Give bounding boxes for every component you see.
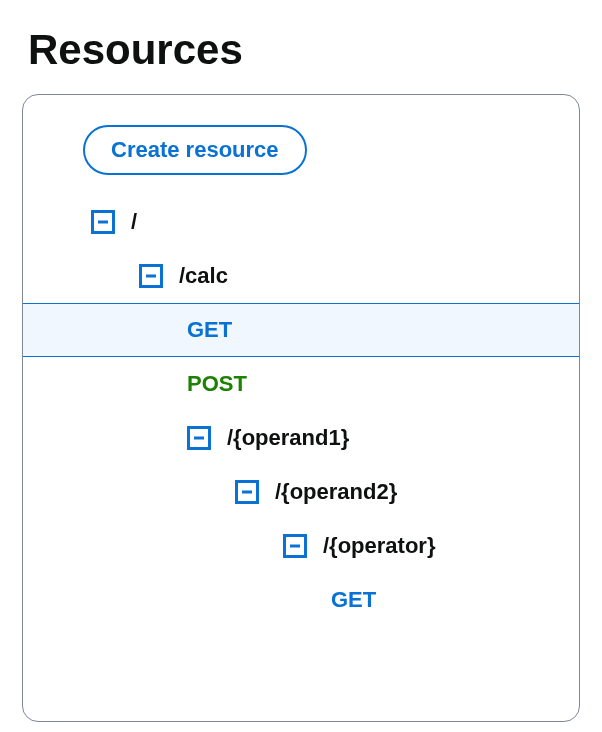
- tree-row-operand2[interactable]: /{operand2}: [23, 465, 579, 519]
- tree-row-calc-post[interactable]: POST: [23, 357, 579, 411]
- tree-row-operand1[interactable]: /{operand1}: [23, 411, 579, 465]
- tree-row-operator[interactable]: /{operator}: [23, 519, 579, 573]
- resource-tree: / /calc GET POST /{operand1}: [23, 195, 579, 627]
- page-title: Resources: [28, 26, 602, 74]
- tree-row-calc-get[interactable]: GET: [23, 303, 579, 357]
- tree-row-operator-get[interactable]: GET: [23, 573, 579, 627]
- resources-panel: Create resource / /calc GET POST /{opera…: [22, 94, 580, 722]
- create-resource-button[interactable]: Create resource: [83, 125, 307, 175]
- resource-label: /calc: [179, 263, 228, 289]
- collapse-icon[interactable]: [235, 480, 259, 504]
- resource-label: /{operator}: [323, 533, 435, 559]
- tree-row-root[interactable]: /: [23, 195, 579, 249]
- method-label: GET: [331, 587, 376, 613]
- resource-label: /: [131, 209, 137, 235]
- collapse-icon[interactable]: [139, 264, 163, 288]
- collapse-icon[interactable]: [187, 426, 211, 450]
- resource-label: /{operand1}: [227, 425, 349, 451]
- method-label: GET: [187, 317, 232, 343]
- method-label: POST: [187, 371, 247, 397]
- resource-label: /{operand2}: [275, 479, 397, 505]
- tree-row-calc[interactable]: /calc: [23, 249, 579, 303]
- collapse-icon[interactable]: [283, 534, 307, 558]
- collapse-icon[interactable]: [91, 210, 115, 234]
